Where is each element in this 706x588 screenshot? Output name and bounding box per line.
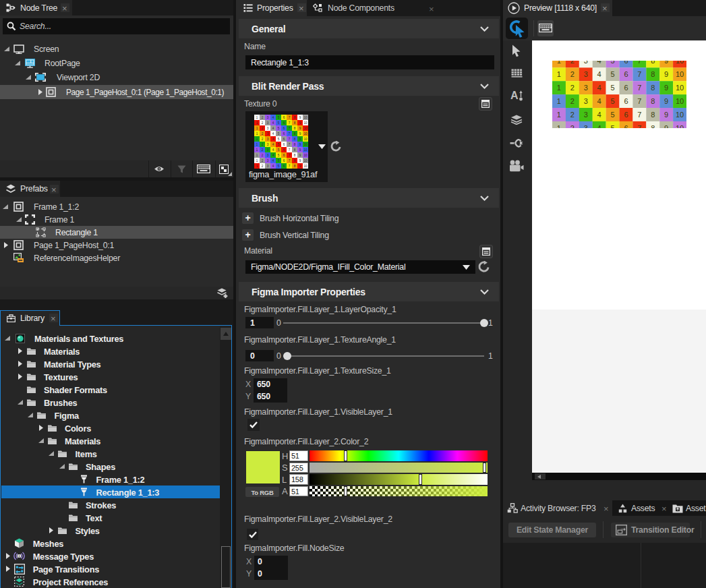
svg-text:10: 10 (303, 116, 307, 119)
svg-text:4: 4 (597, 61, 601, 65)
svg-text:8: 8 (294, 148, 296, 152)
svg-text:5: 5 (610, 61, 614, 65)
svg-text:6: 6 (624, 97, 628, 105)
svg-text:3: 3 (267, 132, 269, 136)
svg-text:2: 2 (570, 70, 575, 78)
svg-text:5: 5 (278, 148, 280, 152)
svg-text:7: 7 (289, 148, 291, 152)
svg-text:6: 6 (283, 159, 285, 163)
svg-text:2: 2 (262, 127, 264, 130)
svg-text:5: 5 (610, 70, 614, 78)
svg-text:7: 7 (637, 84, 641, 92)
svg-text:6: 6 (283, 132, 285, 136)
svg-text:9: 9 (664, 61, 668, 65)
svg-text:8: 8 (294, 121, 296, 125)
svg-text:4: 4 (272, 148, 274, 152)
svg-text:5: 5 (278, 154, 280, 157)
svg-text:10: 10 (303, 143, 307, 146)
svg-text:9: 9 (664, 124, 668, 128)
svg-text:6: 6 (283, 127, 285, 130)
svg-text:1: 1 (557, 61, 561, 65)
svg-text:10: 10 (303, 138, 307, 141)
svg-text:1: 1 (557, 70, 561, 78)
svg-text:4: 4 (597, 124, 601, 128)
svg-text:7: 7 (289, 159, 291, 163)
svg-text:8: 8 (651, 61, 655, 65)
svg-text:10: 10 (676, 97, 684, 105)
svg-text:5: 5 (278, 116, 280, 119)
svg-text:3: 3 (267, 127, 269, 130)
svg-text:10: 10 (303, 127, 307, 130)
svg-text:8: 8 (651, 111, 655, 119)
svg-text:4: 4 (272, 138, 274, 141)
svg-text:6: 6 (624, 70, 628, 78)
svg-text:4: 4 (597, 70, 601, 78)
svg-text:4: 4 (597, 84, 601, 92)
svg-text:1: 1 (256, 132, 258, 136)
svg-text:6: 6 (624, 61, 628, 65)
svg-text:1: 1 (256, 148, 258, 152)
svg-text:7: 7 (289, 127, 291, 130)
svg-text:6: 6 (283, 116, 285, 119)
svg-text:3: 3 (584, 70, 588, 78)
svg-text:7: 7 (289, 121, 291, 125)
svg-text:8: 8 (651, 84, 655, 92)
svg-text:7: 7 (289, 138, 291, 141)
svg-text:2: 2 (262, 148, 264, 152)
svg-text:9: 9 (299, 116, 301, 119)
svg-text:4: 4 (272, 121, 274, 125)
svg-text:6: 6 (283, 121, 285, 125)
svg-text:8: 8 (294, 143, 296, 146)
svg-text:8: 8 (294, 138, 296, 141)
svg-text:7: 7 (637, 111, 641, 119)
svg-text:3: 3 (267, 165, 269, 168)
svg-text:1: 1 (256, 143, 258, 146)
svg-text:10: 10 (676, 124, 684, 128)
svg-text:10: 10 (303, 154, 307, 157)
svg-text:9: 9 (299, 121, 301, 125)
svg-text:5: 5 (610, 111, 614, 119)
svg-text:4: 4 (272, 143, 274, 146)
svg-text:7: 7 (289, 116, 291, 119)
svg-text:10: 10 (676, 70, 684, 78)
svg-text:5: 5 (278, 121, 280, 125)
svg-text:5: 5 (610, 84, 614, 92)
svg-text:4: 4 (272, 154, 274, 157)
svg-text:1: 1 (256, 127, 258, 130)
svg-text:7: 7 (289, 165, 291, 168)
svg-text:2: 2 (262, 116, 264, 119)
svg-text:1: 1 (256, 159, 258, 163)
svg-text:2: 2 (262, 165, 264, 168)
svg-text:5: 5 (278, 127, 280, 130)
svg-text:2: 2 (262, 154, 264, 157)
svg-text:5: 5 (278, 159, 280, 163)
svg-text:6: 6 (283, 148, 285, 152)
svg-text:9: 9 (299, 138, 301, 141)
svg-text:10: 10 (303, 159, 307, 163)
svg-text:3: 3 (267, 154, 269, 157)
svg-text:8: 8 (294, 116, 296, 119)
svg-text:9: 9 (299, 154, 301, 157)
svg-text:5: 5 (278, 143, 280, 146)
svg-text:5: 5 (278, 138, 280, 141)
svg-text:6: 6 (283, 143, 285, 146)
svg-text:7: 7 (637, 97, 641, 105)
svg-text:3: 3 (584, 84, 588, 92)
svg-text:4: 4 (272, 132, 274, 136)
svg-text:9: 9 (664, 97, 668, 105)
svg-text:1: 1 (256, 154, 258, 157)
svg-text:7: 7 (289, 143, 291, 146)
svg-text:3: 3 (267, 116, 269, 119)
svg-text:6: 6 (283, 138, 285, 141)
svg-text:8: 8 (651, 124, 655, 128)
svg-text:9: 9 (664, 70, 668, 78)
svg-text:5: 5 (278, 132, 280, 136)
svg-text:2: 2 (570, 84, 575, 92)
svg-text:4: 4 (272, 127, 274, 130)
svg-text:5: 5 (610, 97, 614, 105)
svg-text:7: 7 (289, 132, 291, 136)
svg-text:10: 10 (676, 84, 684, 92)
svg-text:3: 3 (267, 121, 269, 125)
svg-text:7: 7 (637, 124, 641, 128)
svg-text:10: 10 (303, 132, 307, 136)
